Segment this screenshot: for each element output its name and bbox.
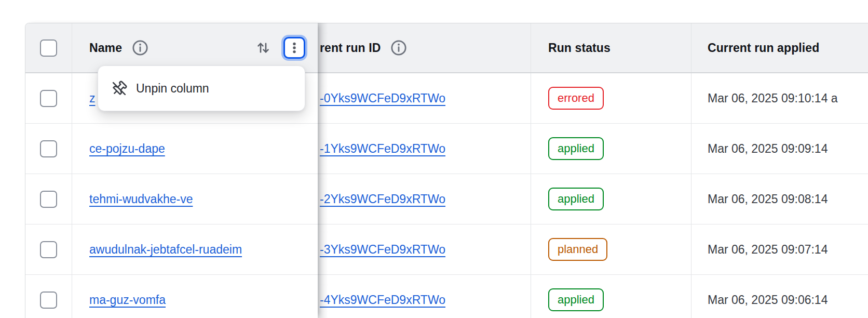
column-menu-dropdown: Unpin column <box>98 65 305 111</box>
table-row: awudulnak-jebtafcel-ruadeim <box>25 224 318 275</box>
row-checkbox[interactable] <box>40 90 57 107</box>
run-status-column-label: Run status <box>548 41 611 55</box>
applied-timestamp: Mar 06, 2025 09:06:14 <box>708 293 828 307</box>
scrollable-columns-pane: rent run ID Run status Current run appli… <box>318 23 868 318</box>
column-header-current-run-applied: Current run applied <box>691 23 868 72</box>
current-run-applied-column-label: Current run applied <box>708 41 819 55</box>
run-id-column-label: rent run ID <box>320 41 381 55</box>
table-row: -2Yks9WCFeD9xRTWo applied Mar 06, 2025 0… <box>318 174 868 224</box>
applied-timestamp: Mar 06, 2025 09:10:14 a <box>708 91 838 105</box>
select-all-checkbox[interactable] <box>40 39 57 57</box>
workspace-name-link[interactable]: ma-guz-vomfa <box>89 293 166 307</box>
run-status-badge: applied <box>548 137 604 160</box>
row-checkbox[interactable] <box>40 140 57 157</box>
table-row: ma-guz-vomfa <box>25 275 318 318</box>
row-checkbox[interactable] <box>40 292 57 309</box>
applied-timestamp: Mar 06, 2025 09:08:14 <box>708 192 828 206</box>
run-id-link[interactable]: -4Yks9WCFeD9xRTWo <box>320 293 445 307</box>
pin-off-icon <box>111 81 127 97</box>
name-info-icon[interactable] <box>131 39 149 57</box>
applied-timestamp: Mar 06, 2025 09:09:14 <box>708 142 828 156</box>
unpin-column-label: Unpin column <box>136 82 209 96</box>
table-header-row: rent run ID Run status Current run appli… <box>318 23 868 73</box>
workspace-name-link[interactable]: awudulnak-jebtafcel-ruadeim <box>89 243 242 257</box>
workspace-name-link[interactable]: z <box>89 91 96 105</box>
workspace-name-link[interactable]: tehmi-wudvakhe-ve <box>89 192 193 206</box>
column-header-name: Name <box>72 23 318 72</box>
name-column-label: Name <box>89 41 122 55</box>
run-id-info-icon[interactable] <box>390 39 408 57</box>
row-checkbox[interactable] <box>40 191 57 208</box>
run-id-link[interactable]: -2Yks9WCFeD9xRTWo <box>320 192 445 206</box>
run-status-badge: errored <box>548 87 604 110</box>
menu-item-unpin-column[interactable]: Unpin column <box>98 66 305 111</box>
table-row: -3Yks9WCFeD9xRTWo planned Mar 06, 2025 0… <box>318 224 868 275</box>
run-id-link[interactable]: -1Yks9WCFeD9xRTWo <box>320 142 445 156</box>
table-row: tehmi-wudvakhe-ve <box>25 174 318 224</box>
run-id-link[interactable]: -0Yks9WCFeD9xRTWo <box>320 91 445 105</box>
workspaces-table-page: Name <box>0 0 868 318</box>
workspace-name-link[interactable]: ce-pojzu-dape <box>89 142 165 156</box>
column-header-current-run-id: rent run ID <box>318 23 531 72</box>
table-row: -1Yks9WCFeD9xRTWo applied Mar 06, 2025 0… <box>318 124 868 174</box>
row-checkbox[interactable] <box>40 241 57 258</box>
table-row: ce-pojzu-dape <box>25 124 318 174</box>
table-row: -4Yks9WCFeD9xRTWo applied Mar 06, 2025 0… <box>318 275 868 318</box>
run-id-link[interactable]: -3Yks9WCFeD9xRTWo <box>320 243 445 257</box>
run-status-badge: applied <box>548 188 604 210</box>
applied-timestamp: Mar 06, 2025 09:07:14 <box>708 243 828 257</box>
kebab-icon <box>288 41 301 55</box>
name-column-menu-button[interactable] <box>283 37 305 59</box>
table-row: -0Yks9WCFeD9xRTWo errored Mar 06, 2025 0… <box>318 73 868 124</box>
column-header-run-status: Run status <box>531 23 691 72</box>
select-all-header-cell <box>25 23 72 72</box>
sort-icon[interactable] <box>255 39 271 56</box>
run-status-badge: planned <box>548 238 607 261</box>
run-status-badge: applied <box>548 288 604 311</box>
